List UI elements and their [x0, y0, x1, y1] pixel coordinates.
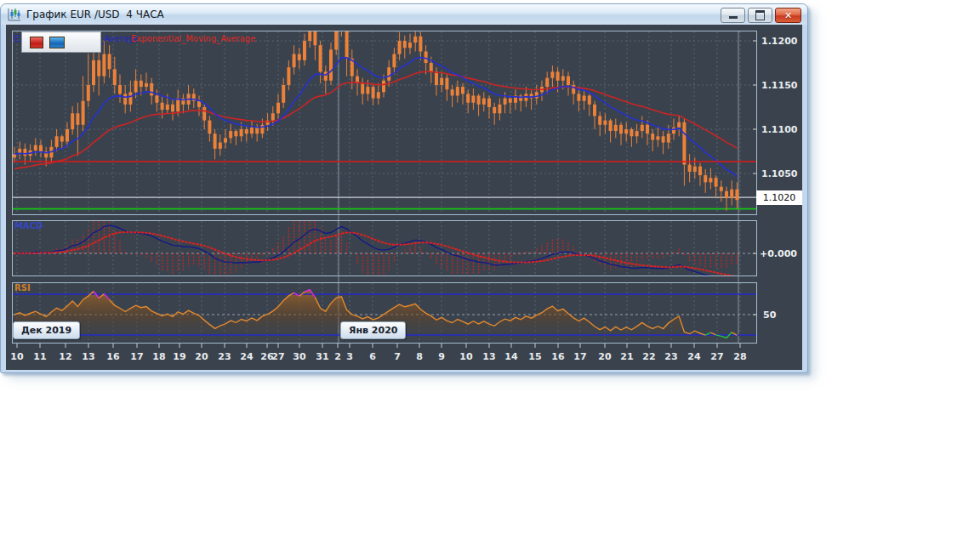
date-label: 24 — [240, 351, 254, 362]
date-label: 17 — [573, 351, 586, 362]
indicator-button-box — [21, 31, 101, 53]
macd-axis-label: +0.000 — [760, 248, 797, 259]
window-title: График EUR /USD 4 ЧАСА — [26, 9, 164, 20]
macd-line — [14, 225, 737, 280]
date-label: 27 — [710, 351, 723, 362]
title-bar[interactable]: График EUR /USD 4 ЧАСА ✕ — [1, 4, 807, 25]
close-button[interactable]: ✕ — [775, 8, 801, 23]
month-badge-jan2020[interactable]: Янв 2020 — [340, 321, 406, 339]
month-badge-dec2019[interactable]: Дек 2019 — [13, 321, 80, 339]
chart-canvas[interactable]: 1.12001.11501.11001.10501011121316171819… — [6, 25, 802, 370]
date-label: 6 — [369, 351, 376, 362]
date-label: 27 — [271, 351, 284, 362]
date-label: 23 — [664, 351, 677, 362]
chart-app-icon — [7, 8, 21, 22]
restore-button[interactable] — [748, 8, 772, 23]
chart-window: График EUR /USD 4 ЧАСА ✕ 1.12001.11501.1… — [0, 3, 808, 373]
date-label: 20 — [195, 351, 208, 362]
date-label: 28 — [733, 351, 746, 362]
date-label: 20 — [598, 351, 612, 362]
window-controls: ✕ — [721, 8, 801, 23]
date-label: 12 — [59, 351, 71, 362]
date-label: 24 — [687, 351, 701, 362]
date-label: 11 — [33, 351, 46, 362]
date-label: 13 — [482, 351, 495, 362]
indicator-red-button[interactable] — [30, 37, 43, 48]
date-label: 16 — [106, 351, 120, 362]
date-label: 13 — [82, 351, 94, 362]
date-label: 8 — [416, 351, 423, 362]
minimize-button[interactable] — [721, 8, 745, 23]
ema-layer — [14, 58, 737, 177]
price-axis-label: 1.1100 — [761, 124, 798, 135]
date-label: 14 — [504, 351, 518, 362]
date-label: 7 — [394, 351, 401, 362]
support-lines — [13, 197, 756, 209]
ema-fast-line — [14, 58, 737, 177]
current-price-box: 1.1020 — [756, 190, 802, 205]
date-label: 16 — [551, 351, 565, 362]
date-label: 3 — [346, 351, 353, 362]
date-label: 18 — [152, 351, 165, 362]
date-label: 17 — [130, 351, 143, 362]
minimize-icon — [729, 16, 738, 19]
restore-icon — [755, 10, 765, 20]
date-label: 10 — [10, 351, 24, 362]
macd-panel-label: MACD — [14, 221, 43, 230]
legend-ema-slow: Exponential_Moving_Average — [131, 34, 255, 43]
date-label: 10 — [459, 351, 473, 362]
rsi-panel-label: RSI — [14, 283, 31, 293]
rsi-axis-label: 50 — [763, 310, 776, 321]
date-label: 23 — [218, 351, 231, 362]
date-label: 22 — [642, 351, 655, 362]
date-label: 31 — [316, 351, 328, 362]
ema-slow-line — [14, 71, 737, 169]
date-label: 15 — [528, 351, 541, 362]
price-axis-label: 1.1050 — [761, 168, 798, 179]
indicator-blue-button[interactable] — [49, 37, 65, 48]
price-axis-label: 1.1200 — [761, 36, 798, 47]
date-label: 30 — [293, 351, 306, 362]
macd-layer — [14, 212, 737, 281]
date-label: 2 — [334, 351, 341, 362]
chart-client-area: 1.12001.11501.11001.10501011121316171819… — [6, 25, 802, 370]
date-label: 9 — [438, 351, 445, 362]
macd-signal-line — [14, 232, 737, 276]
date-label: 21 — [620, 351, 633, 362]
price-axis-label: 1.1150 — [761, 80, 798, 91]
date-label: 19 — [173, 351, 185, 362]
